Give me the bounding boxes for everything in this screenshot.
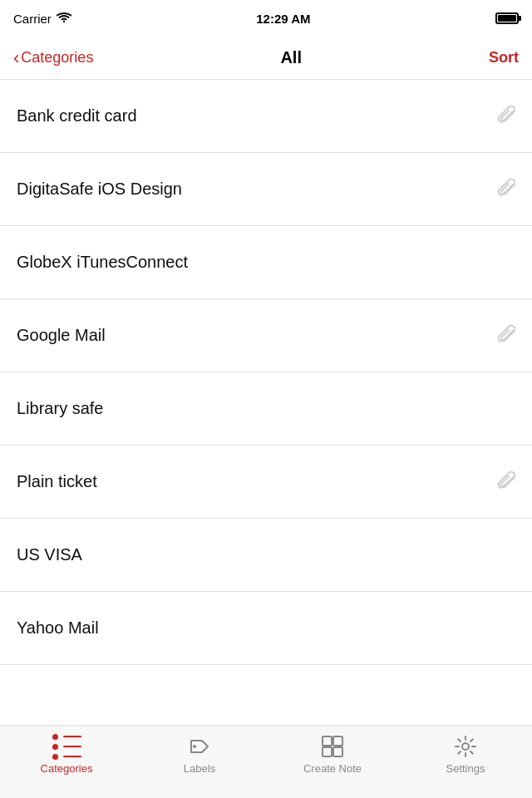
tab-categories[interactable]: Categories (0, 734, 133, 775)
list-item-label: DigitaSafe iOS Design (17, 180, 182, 199)
nav-title: All (280, 48, 302, 67)
svg-rect-2 (333, 736, 342, 746)
list-item[interactable]: US VISA (0, 519, 532, 592)
nav-bar: ‹ Categories All Sort (0, 37, 532, 80)
svg-point-5 (462, 743, 469, 750)
svg-point-0 (193, 745, 196, 748)
back-chevron-icon: ‹ (13, 49, 19, 67)
list-item-label: Yahoo Mail (17, 618, 99, 638)
tab-categories-label: Categories (41, 762, 93, 775)
tab-bar: Categories Labels Create Note (0, 725, 532, 798)
attachment-icon (497, 103, 515, 130)
list-item[interactable]: GlobeX iTunesConnect (0, 226, 532, 299)
tab-create-note[interactable]: Create Note (266, 734, 399, 775)
list-item-label: Bank credit card (17, 106, 137, 126)
main-content: Bank credit card DigitaSafe iOS Design G… (0, 80, 532, 725)
attachment-icon (497, 176, 515, 203)
battery-fill (498, 15, 516, 22)
tab-settings[interactable]: Settings (399, 734, 532, 775)
battery (495, 12, 519, 24)
list-item-label: US VISA (17, 545, 82, 564)
create-note-icon (318, 734, 347, 759)
list-item[interactable]: Bank credit card (0, 80, 532, 153)
tab-labels-label: Labels (184, 762, 215, 775)
list-item[interactable]: Library safe (0, 372, 532, 446)
carrier-label: Carrier (13, 12, 52, 26)
status-time: 12:29 AM (256, 12, 310, 26)
back-label: Categories (21, 49, 93, 66)
list-item[interactable]: Yahoo Mail (0, 592, 532, 665)
list-item-label: Library safe (17, 399, 104, 418)
labels-icon (185, 734, 214, 759)
list-item[interactable]: DigitaSafe iOS Design (0, 153, 532, 226)
list-item[interactable]: Plain ticket (0, 446, 532, 519)
carrier-wifi: Carrier (13, 12, 71, 26)
list-item-label: Plain ticket (17, 472, 97, 491)
attachment-icon (497, 469, 515, 495)
back-button[interactable]: ‹ Categories (13, 49, 93, 67)
wifi-icon (57, 12, 71, 24)
status-bar: Carrier 12:29 AM (0, 0, 532, 37)
svg-rect-3 (323, 747, 332, 756)
svg-rect-4 (333, 747, 342, 756)
list-item[interactable]: Google Mail (0, 299, 532, 372)
categories-icon (52, 734, 81, 759)
notes-list: Bank credit card DigitaSafe iOS Design G… (0, 80, 532, 665)
list-item-label: Google Mail (17, 326, 106, 345)
tab-settings-label: Settings (446, 762, 485, 775)
tab-labels[interactable]: Labels (133, 734, 266, 775)
settings-icon (451, 734, 480, 759)
battery-icon (495, 12, 519, 24)
sort-button[interactable]: Sort (489, 49, 519, 66)
attachment-icon (497, 323, 515, 349)
tab-create-note-label: Create Note (303, 762, 362, 775)
svg-rect-1 (323, 736, 332, 746)
list-item-label: GlobeX iTunesConnect (17, 253, 188, 272)
